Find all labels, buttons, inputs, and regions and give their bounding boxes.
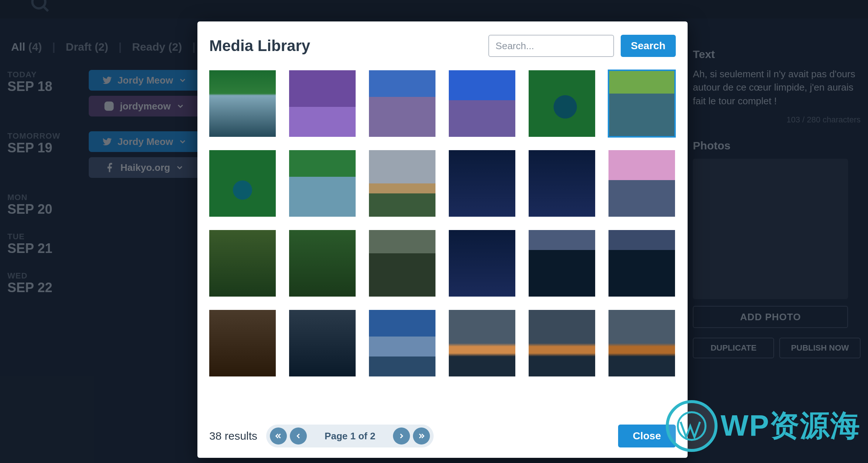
- modal-title: Media Library: [209, 37, 310, 55]
- media-thumbnail[interactable]: [608, 70, 675, 137]
- media-thumbnail[interactable]: [369, 230, 435, 297]
- media-thumbnail[interactable]: [608, 310, 675, 376]
- media-thumbnail[interactable]: [449, 230, 515, 297]
- media-thumbnail[interactable]: [608, 230, 675, 297]
- media-thumbnail[interactable]: [529, 310, 595, 376]
- wordpress-logo-icon: [666, 400, 718, 452]
- media-thumbnail[interactable]: [289, 310, 356, 376]
- media-thumbnail[interactable]: [449, 310, 515, 376]
- media-thumbnail[interactable]: [289, 70, 356, 137]
- media-thumbnail[interactable]: [449, 70, 515, 137]
- media-thumbnail[interactable]: [369, 310, 435, 376]
- media-thumbnail[interactable]: [209, 70, 276, 137]
- chevron-left-icon: [294, 432, 302, 440]
- media-thumbnail[interactable]: [289, 150, 356, 217]
- media-thumbnail[interactable]: [529, 70, 595, 137]
- thumbnail-grid: [209, 67, 676, 376]
- pager-first-button[interactable]: [270, 427, 287, 445]
- media-thumbnail[interactable]: [209, 150, 276, 217]
- pager-label: Page 1 of 2: [310, 430, 390, 442]
- media-thumbnail[interactable]: [449, 150, 515, 217]
- pager: Page 1 of 2: [266, 425, 434, 447]
- media-library-modal: Media Library Search 38 results Page 1 o…: [197, 21, 688, 458]
- media-thumbnail[interactable]: [209, 310, 276, 376]
- media-thumbnail[interactable]: [608, 150, 675, 217]
- search-button[interactable]: Search: [621, 35, 676, 57]
- media-thumbnail[interactable]: [529, 150, 595, 217]
- media-thumbnail[interactable]: [209, 230, 276, 297]
- media-thumbnail[interactable]: [369, 70, 435, 137]
- pager-last-button[interactable]: [413, 427, 430, 445]
- watermark-text: WP资源海: [720, 406, 861, 446]
- search-input[interactable]: [488, 35, 614, 57]
- results-count: 38 results: [209, 430, 257, 442]
- media-thumbnail[interactable]: [369, 150, 435, 217]
- pager-prev-button[interactable]: [290, 427, 307, 445]
- pager-next-button[interactable]: [393, 427, 410, 445]
- media-thumbnail[interactable]: [529, 230, 595, 297]
- chevron-right-icon: [397, 432, 406, 440]
- media-thumbnail[interactable]: [289, 230, 356, 297]
- watermark: WP资源海: [666, 400, 861, 452]
- chevron-double-right-icon: [417, 432, 425, 440]
- chevron-double-left-icon: [274, 432, 282, 440]
